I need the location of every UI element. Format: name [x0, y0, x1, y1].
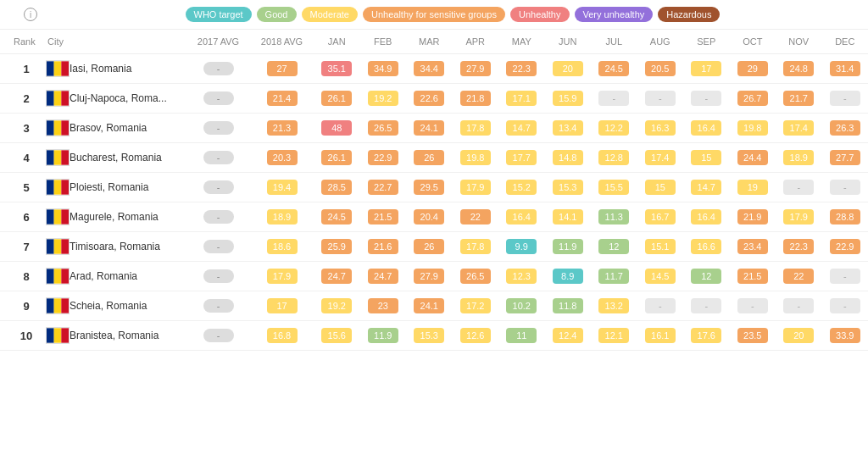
svg-rect-0 — [47, 61, 54, 75]
table-row: 7 Timisoara, Romania-18.625.921.62617.89… — [0, 232, 868, 262]
avg2017-value: - — [203, 299, 234, 313]
avg2018-cell: 21.4 — [250, 84, 314, 114]
legend-badge[interactable]: Very unhealthy — [575, 7, 654, 22]
col-header-2018-avg: 2018 AVG — [250, 30, 314, 54]
month-cell: - — [591, 84, 637, 114]
month-cell: 26.1 — [314, 143, 360, 173]
svg-rect-18 — [47, 239, 54, 253]
legend-badge[interactable]: Unhealthy for sensitive groups — [363, 7, 505, 22]
legend-badge[interactable]: Hazardous — [658, 7, 720, 22]
city-cell: Brasov, Romania — [42, 114, 186, 143]
rank-cell: 5 — [0, 173, 42, 202]
svg-rect-24 — [47, 298, 54, 313]
month-cell: 21.8 — [453, 84, 499, 114]
svg-rect-5 — [61, 91, 69, 105]
svg-rect-26 — [61, 298, 69, 313]
month-cell: 26.5 — [453, 262, 499, 291]
col-header-oct: OCT — [730, 30, 776, 54]
month-cell: 12.8 — [591, 143, 637, 173]
city-name: Timisoara, Romania — [70, 241, 160, 252]
city-cell: Magurele, Romania — [42, 202, 186, 232]
col-header-may: MAY — [498, 30, 545, 54]
city-cell: Bucharest, Romania — [42, 143, 186, 173]
table-row: 2 Cluj-Napoca, Roma...-21.426.119.222.62… — [0, 84, 868, 114]
avg2018-cell: 20.3 — [250, 143, 314, 173]
pm25-table: RankCity2017 AVG2018 AVGJANFEBMARAPRMAYJ… — [0, 30, 868, 351]
legend-badge[interactable]: Unhealthy — [510, 7, 570, 22]
avg2017-value: - — [203, 121, 234, 135]
table-row: 3 Brasov, Romania-21.34826.524.117.814.7… — [0, 114, 868, 143]
city-name: Iasi, Romania — [70, 63, 131, 75]
city-name: Ploiesti, Romania — [70, 181, 148, 193]
city-cell: Ploiesti, Romania — [42, 173, 186, 202]
city-cell: Branistea, Romania — [42, 321, 186, 351]
month-cell: 17.7 — [498, 143, 545, 173]
month-cell: 16.3 — [637, 114, 684, 143]
month-cell: 12.6 — [453, 321, 499, 351]
month-cell: 11.7 — [591, 262, 637, 291]
month-cell: - — [776, 291, 822, 321]
month-cell: 24.1 — [406, 114, 453, 143]
avg2017-cell: - — [186, 291, 250, 321]
avg2018-cell: 16.8 — [250, 321, 314, 351]
city-name: Scheia, Romania — [70, 300, 147, 312]
col-header-rank: Rank — [0, 30, 42, 54]
month-cell: 16.4 — [683, 202, 730, 232]
month-cell: 14.5 — [637, 262, 684, 291]
month-cell: 17.8 — [453, 232, 499, 262]
city-cell: Timisoara, Romania — [42, 232, 186, 262]
month-cell: 26.3 — [822, 114, 869, 143]
month-cell: - — [637, 291, 684, 321]
month-cell: - — [776, 173, 822, 202]
svg-rect-1 — [54, 61, 62, 75]
avg2018-value: 16.8 — [267, 328, 298, 343]
month-cell: 16.4 — [498, 202, 545, 232]
table-row: 4 Bucharest, Romania-20.326.122.92619.81… — [0, 143, 868, 173]
avg2017-value: - — [203, 151, 234, 164]
city-cell: Scheia, Romania — [42, 291, 186, 321]
month-cell: 23.5 — [730, 321, 776, 351]
avg2018-value: 20.3 — [267, 150, 298, 165]
legend-badge[interactable]: WHO target — [186, 7, 252, 22]
avg2018-value: 17 — [267, 298, 298, 313]
month-cell: 12 — [591, 232, 637, 262]
month-cell: 17.2 — [453, 291, 499, 321]
col-header-apr: APR — [453, 30, 499, 54]
avg2018-cell: 18.9 — [250, 202, 314, 232]
city-cell: Iasi, Romania — [42, 54, 186, 84]
col-header-jun: JUN — [545, 30, 592, 54]
month-cell: 24.4 — [730, 143, 776, 173]
svg-rect-10 — [54, 150, 62, 164]
svg-rect-23 — [61, 269, 69, 283]
avg2017-cell: - — [186, 232, 250, 262]
month-cell: 19.2 — [314, 291, 360, 321]
month-cell: 34.9 — [360, 54, 407, 84]
info-icon[interactable]: i — [24, 8, 37, 21]
avg2017-value: - — [203, 91, 234, 105]
month-cell: 35.1 — [314, 54, 360, 84]
month-cell: - — [822, 291, 869, 321]
month-cell: 9.9 — [498, 232, 545, 262]
month-cell: 23 — [360, 291, 407, 321]
rank-cell: 3 — [0, 114, 42, 143]
month-cell: 10.2 — [498, 291, 545, 321]
legend-badge[interactable]: Good — [257, 7, 297, 22]
legend-badge[interactable]: Moderate — [302, 7, 358, 22]
month-cell: 17 — [683, 54, 730, 84]
avg2017-value: - — [203, 329, 234, 342]
city-name: Cluj-Napoca, Roma... — [70, 92, 167, 104]
month-cell: 21.5 — [730, 262, 776, 291]
avg2018-value: 21.3 — [267, 120, 298, 136]
header: i WHO targetGoodModerateUnhealthy for se… — [0, 0, 868, 30]
city-name: Branistea, Romania — [70, 330, 159, 341]
svg-rect-11 — [61, 150, 69, 164]
avg2018-cell: 18.6 — [250, 232, 314, 262]
month-cell: 12 — [683, 262, 730, 291]
month-cell: - — [683, 84, 730, 114]
month-cell: 12.2 — [591, 114, 637, 143]
svg-rect-28 — [54, 328, 62, 342]
svg-rect-3 — [47, 91, 54, 105]
month-cell: - — [822, 173, 869, 202]
svg-rect-9 — [47, 150, 54, 164]
month-cell: 21.7 — [776, 84, 822, 114]
